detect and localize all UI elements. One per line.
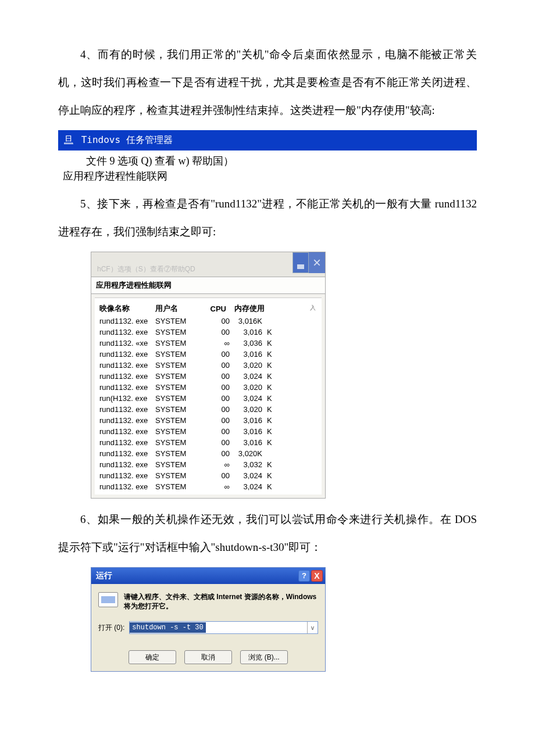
cell-cpu: ∞ bbox=[199, 459, 232, 470]
run-title-text: 运行 bbox=[96, 571, 112, 581]
paragraph-6: 6、如果一般的关机操作还无效，我们可以尝试用命令来进行关机操作。在 DOS 提示… bbox=[58, 506, 477, 561]
cell-mem: 3,024 bbox=[232, 371, 265, 382]
taskmgr1-title: Tindovs 任务管理器 bbox=[81, 134, 173, 145]
col-mem[interactable]: 内存使用 bbox=[232, 302, 319, 316]
run-description: 请键入程序、文件来、文档或 Internet 资源的名称，Windows 将为您… bbox=[124, 592, 318, 611]
cell-mem-k: K bbox=[265, 360, 319, 371]
table-row[interactable]: rund1132. exeSYSTEM003,016K bbox=[97, 437, 319, 448]
table-row[interactable]: rund1132. exeSYSTEM003,016K bbox=[97, 316, 319, 327]
cell-image: rund1132. exe bbox=[97, 360, 153, 371]
cell-mem-k: K bbox=[265, 437, 319, 448]
cell-user: SYSTEM bbox=[153, 338, 199, 349]
cell-cpu: 00 bbox=[199, 393, 232, 404]
table-row[interactable]: rund1132. exeSYSTEM003,016K bbox=[97, 426, 319, 437]
cell-mem-k: K bbox=[265, 327, 319, 338]
table-row[interactable]: rund1132. exeSYSTEM003,016K bbox=[97, 349, 319, 360]
cell-image: rund1132. exe bbox=[97, 459, 153, 470]
cell-mem: 3,016K bbox=[232, 316, 265, 327]
cell-mem: 3,032 bbox=[232, 459, 265, 470]
cell-image: rund1132. exe bbox=[97, 470, 153, 481]
table-row[interactable]: rund1132. exeSYSTEM003,020K bbox=[97, 404, 319, 415]
cell-cpu: 00 bbox=[199, 382, 232, 393]
ok-button[interactable]: 确定 bbox=[129, 650, 176, 664]
cell-mem: 3,016 bbox=[232, 415, 265, 426]
cell-user: SYSTEM bbox=[153, 360, 199, 371]
cancel-button[interactable]: 取消 bbox=[184, 650, 232, 664]
table-row[interactable]: rund1132. exeSYSTEM003,016K bbox=[97, 327, 319, 338]
run-dialog: 运行 ? X 请键入程序、文件来、文档或 Internet 资源的名称，Wind… bbox=[91, 567, 326, 672]
cell-user: SYSTEM bbox=[153, 448, 199, 459]
browse-button[interactable]: 浏览 (B)... bbox=[240, 650, 288, 664]
cell-mem: 3,016 bbox=[232, 349, 265, 360]
run-open-label: 打开 (0): bbox=[98, 623, 124, 633]
cell-mem: 3,020 bbox=[232, 360, 265, 371]
chevron-down-icon[interactable]: v bbox=[307, 622, 318, 633]
cell-user: SYSTEM bbox=[153, 426, 199, 437]
cell-mem-k: K bbox=[265, 415, 319, 426]
cell-mem-k bbox=[265, 316, 319, 327]
cell-image: rund1132. exe bbox=[97, 327, 153, 338]
cell-mem: 3,016 bbox=[232, 327, 265, 338]
close-icon[interactable]: × bbox=[309, 252, 325, 273]
taskmgr2-tabs[interactable]: 应用程序进程性能联网 bbox=[91, 277, 325, 294]
cell-mem-k: K bbox=[265, 393, 319, 404]
cell-cpu: 00 bbox=[199, 327, 232, 338]
cell-cpu: ∞ bbox=[199, 338, 232, 349]
table-row[interactable]: rund1132. exeSYSTEM003,020K bbox=[97, 360, 319, 371]
table-row[interactable]: rund1132. exeSYSTEM∞3,024K bbox=[97, 481, 319, 492]
col-cpu[interactable]: CPU bbox=[199, 302, 232, 316]
cell-mem-k: K bbox=[265, 349, 319, 360]
table-row[interactable]: run(H132. exeSYSTEM003,024K bbox=[97, 393, 319, 404]
taskmgr2-window: hCF）选项（S）查看⑦帮助QD × 应用程序进程性能联网 映像名称 用户名 C… bbox=[91, 252, 326, 499]
cell-image: rund1132. exe bbox=[97, 437, 153, 448]
cell-user: SYSTEM bbox=[153, 316, 199, 327]
col-image[interactable]: 映像名称 bbox=[97, 302, 153, 316]
taskmgr1-menubar[interactable]: 文件 9 选项 Q) 查看 w) 帮助国） bbox=[58, 151, 477, 169]
cell-cpu: ∞ bbox=[199, 481, 232, 492]
cell-image: rund1132. «xe bbox=[97, 338, 153, 349]
col-user[interactable]: 用户名 bbox=[153, 302, 199, 316]
run-titlebar: 运行 ? X bbox=[91, 568, 325, 584]
table-row[interactable]: rund1132. exeSYSTEM003,024K bbox=[97, 470, 319, 481]
taskmgr2-menubar[interactable]: hCF）选项（S）查看⑦帮助QD bbox=[97, 264, 195, 274]
cell-mem: 3,016 bbox=[232, 437, 265, 448]
cell-cpu: 00 bbox=[199, 360, 232, 371]
cell-image: rund1132. exe bbox=[97, 316, 153, 327]
cell-image: rund1132. exe bbox=[97, 404, 153, 415]
cell-user: SYSTEM bbox=[153, 393, 199, 404]
cell-mem-k: K bbox=[265, 382, 319, 393]
table-row[interactable]: rund1132. exeSYSTEM003,024K bbox=[97, 371, 319, 382]
cell-image: run(H132. exe bbox=[97, 393, 153, 404]
cell-cpu: 00 bbox=[199, 316, 232, 327]
cell-user: SYSTEM bbox=[153, 470, 199, 481]
cell-user: SYSTEM bbox=[153, 382, 199, 393]
cell-user: SYSTEM bbox=[153, 437, 199, 448]
run-app-icon bbox=[98, 592, 118, 607]
cell-user: SYSTEM bbox=[153, 415, 199, 426]
taskmgr1-titlebar: 旦 Tindovs 任务管理器 bbox=[58, 130, 477, 151]
process-table: 映像名称 用户名 CPU 内存使用 rund1132. exeSYSTEM003… bbox=[97, 302, 319, 492]
cell-cpu: 00 bbox=[199, 470, 232, 481]
taskmgr1-tabs[interactable]: 应用程序进程性能联网 bbox=[58, 169, 477, 190]
cell-cpu: 00 bbox=[199, 426, 232, 437]
cell-cpu: 00 bbox=[199, 404, 232, 415]
table-row[interactable]: rund1132. exeSYSTEM003,020K bbox=[97, 448, 319, 459]
table-row[interactable]: rund1132. exeSYSTEM003,020K bbox=[97, 382, 319, 393]
cell-image: rund1132. exe bbox=[97, 426, 153, 437]
minimize-icon[interactable] bbox=[293, 252, 309, 273]
cell-mem-k bbox=[265, 448, 319, 459]
cell-image: rund1132. exe bbox=[97, 349, 153, 360]
cell-user: SYSTEM bbox=[153, 404, 199, 415]
cell-mem-k: K bbox=[265, 459, 319, 470]
table-row[interactable]: rund1132. «xeSYSTEM∞3,036K bbox=[97, 338, 319, 349]
cell-mem-k: K bbox=[265, 481, 319, 492]
run-input-value: shutdown -s -t 30 bbox=[130, 622, 205, 633]
cell-image: rund1132. exe bbox=[97, 448, 153, 459]
table-row[interactable]: rund1132. exeSYSTEM003,016K bbox=[97, 415, 319, 426]
cell-user: SYSTEM bbox=[153, 459, 199, 470]
run-input[interactable]: shutdown -s -t 30 v bbox=[129, 621, 318, 634]
cell-user: SYSTEM bbox=[153, 349, 199, 360]
help-icon[interactable]: ? bbox=[298, 570, 310, 582]
table-row[interactable]: rund1132. exeSYSTEM∞3,032K bbox=[97, 459, 319, 470]
close-icon[interactable]: X bbox=[311, 570, 323, 582]
